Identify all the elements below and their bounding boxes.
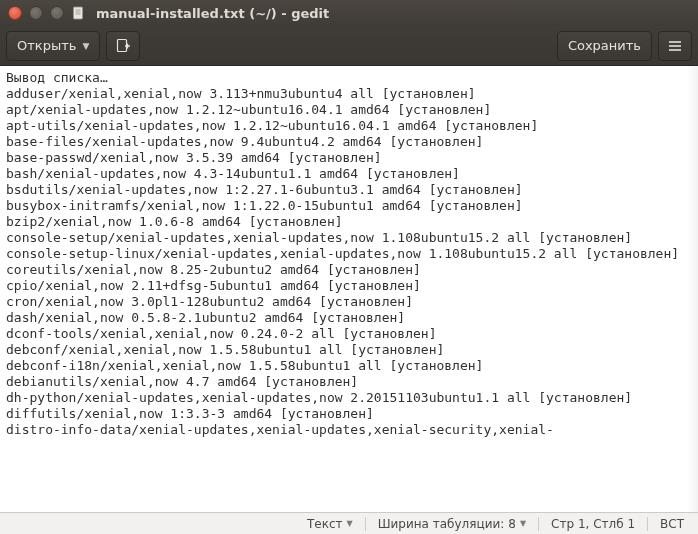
editor-area[interactable]: Вывод списка… adduser/xenial,xenial,now … (0, 66, 698, 512)
open-button[interactable]: Открыть ▼ (6, 31, 100, 61)
window-title: manual-installed.txt (~/) - gedit (96, 6, 329, 21)
window-close-button[interactable] (8, 6, 22, 20)
tab-width-value: 8 (508, 517, 516, 531)
save-button[interactable]: Сохранить (557, 31, 652, 61)
insert-mode-indicator[interactable]: ВСТ (652, 513, 692, 534)
new-tab-button[interactable] (106, 31, 140, 61)
chevron-down-icon: ▼ (82, 41, 89, 51)
editor-content[interactable]: Вывод списка… adduser/xenial,xenial,now … (0, 66, 698, 442)
hamburger-icon (667, 38, 683, 54)
open-button-label: Открыть (17, 38, 76, 53)
chevron-down-icon: ▼ (347, 519, 353, 528)
statusbar-separator (647, 517, 648, 531)
hamburger-menu-button[interactable] (658, 31, 692, 61)
svg-rect-0 (74, 7, 83, 19)
window-minimize-button[interactable] (29, 6, 43, 20)
cursor-position: Стр 1, Стлб 1 (543, 513, 643, 534)
statusbar-separator (365, 517, 366, 531)
window-maximize-button[interactable] (50, 6, 64, 20)
statusbar: Текст ▼ Ширина табуляции: 8 ▼ Стр 1, Стл… (0, 512, 698, 534)
save-button-label: Сохранить (568, 38, 641, 53)
chevron-down-icon: ▼ (520, 519, 526, 528)
statusbar-separator (538, 517, 539, 531)
tab-width-selector[interactable]: Ширина табуляции: 8 ▼ (370, 513, 534, 534)
toolbar: Открыть ▼ Сохранить (0, 26, 698, 66)
new-document-icon (115, 38, 131, 54)
document-icon (71, 6, 85, 20)
tab-width-label: Ширина табуляции: (378, 517, 505, 531)
highlight-mode-selector[interactable]: Текст ▼ (299, 513, 361, 534)
window-titlebar: manual-installed.txt (~/) - gedit (0, 0, 698, 26)
highlight-mode-label: Текст (307, 517, 343, 531)
